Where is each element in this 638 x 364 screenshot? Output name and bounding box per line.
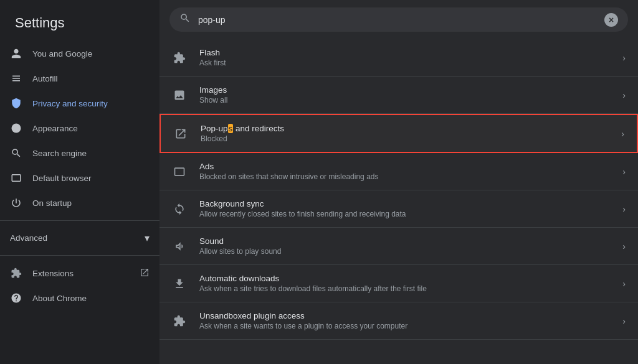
- puzzle-icon: [172, 50, 187, 65]
- item-subtitle-auto-downloads: Ask when a site tries to download files …: [199, 284, 610, 293]
- search-icon: [179, 12, 191, 27]
- arrow-icon: ›: [622, 204, 626, 214]
- sidebar-item-on-startup[interactable]: On startup: [0, 190, 150, 215]
- sound-icon: [172, 239, 187, 254]
- sidebar-item-label: Default browser: [32, 174, 92, 183]
- appearance-icon: [10, 122, 22, 134]
- browser-icon: [10, 172, 22, 184]
- sidebar-divider-2: [0, 255, 160, 256]
- sidebar-item-label: Privacy and security: [32, 99, 108, 108]
- arrow-icon: ›: [621, 129, 624, 139]
- sidebar-item-about[interactable]: About Chrome: [0, 286, 150, 310]
- extensions-icon: [10, 267, 22, 279]
- sidebar-item-label: Search engine: [32, 149, 87, 158]
- sidebar-item-label: Appearance: [32, 124, 78, 133]
- item-title-popups: Pop-ups and redirects: [201, 124, 609, 133]
- image-icon: [172, 88, 187, 103]
- item-title-bg-sync: Background sync: [199, 199, 610, 208]
- popup-text-after: and redirects: [233, 124, 284, 133]
- settings-item-auto-downloads[interactable]: Automatic downloads Ask when a site trie…: [160, 265, 638, 302]
- search-icon: [10, 147, 22, 159]
- item-subtitle-images: Show all: [199, 96, 610, 105]
- settings-item-background-sync[interactable]: Background sync Allow recently closed si…: [160, 190, 638, 228]
- item-subtitle-sound: Allow sites to play sound: [199, 247, 610, 256]
- item-title-unsandboxed: Unsandboxed plugin access: [199, 311, 610, 320]
- settings-list: Flash Ask first › Images Show all › Pop: [160, 39, 638, 364]
- search-bar: ×: [169, 7, 628, 32]
- arrow-icon: ›: [622, 316, 626, 326]
- settings-item-sound[interactable]: Sound Allow sites to play sound ›: [160, 228, 638, 265]
- arrow-icon: ›: [622, 241, 626, 251]
- external-link-square-icon: [173, 126, 188, 141]
- sidebar-item-label: On startup: [32, 198, 72, 208]
- search-clear-button[interactable]: ×: [604, 13, 618, 27]
- item-subtitle-ads: Blocked on sites that show intrusive or …: [199, 172, 610, 181]
- sidebar-nav: You and Google Autofill Privacy and secu…: [0, 41, 160, 215]
- startup-icon: [10, 197, 22, 209]
- sidebar-divider-1: [0, 220, 160, 221]
- search-input[interactable]: [198, 15, 597, 25]
- settings-item-images[interactable]: Images Show all ›: [160, 77, 638, 114]
- item-title-sound: Sound: [199, 236, 610, 246]
- sidebar-item-appearance[interactable]: Appearance: [0, 116, 150, 141]
- sidebar-item-advanced[interactable]: Advanced ▾: [0, 226, 160, 250]
- settings-item-ads[interactable]: Ads Blocked on sites that show intrusive…: [160, 153, 638, 190]
- arrow-icon: ›: [622, 53, 626, 63]
- extensions-label: Extensions: [32, 269, 74, 278]
- sidebar-item-autofill[interactable]: Autofill: [0, 66, 150, 91]
- item-title-ads: Ads: [199, 162, 610, 171]
- sidebar-item-extensions[interactable]: Extensions: [0, 261, 160, 286]
- settings-item-unsandboxed-plugin[interactable]: Unsandboxed plugin access Ask when a sit…: [160, 302, 638, 340]
- item-subtitle-bg-sync: Allow recently closed sites to finish se…: [199, 210, 610, 218]
- item-title-images: Images: [199, 85, 610, 95]
- svg-point-0: [12, 124, 21, 133]
- plugin-puzzle-icon: [172, 314, 187, 329]
- sidebar: Settings You and Google Autofill Privacy…: [0, 0, 160, 364]
- settings-item-popups[interactable]: Pop-ups and redirects Blocked ›: [160, 114, 638, 153]
- external-link-icon: [140, 268, 150, 279]
- shield-icon: [10, 97, 22, 110]
- item-subtitle-unsandboxed: Ask when a site wants to use a plugin to…: [199, 322, 610, 330]
- rectangle-icon: [172, 164, 187, 179]
- arrow-icon: ›: [622, 167, 626, 177]
- popup-highlight: s: [228, 124, 234, 133]
- sidebar-item-you-google[interactable]: You and Google: [0, 41, 150, 66]
- main-content: × Flash Ask first › Images Show all ›: [160, 0, 638, 364]
- about-icon: [10, 292, 22, 304]
- popup-text-before: Pop-up: [201, 124, 228, 133]
- autofill-icon: [10, 72, 22, 85]
- settings-title: Settings: [0, 10, 160, 41]
- sidebar-item-search-engine[interactable]: Search engine: [0, 141, 150, 166]
- settings-item-flash[interactable]: Flash Ask first ›: [160, 39, 638, 77]
- download-icon: [172, 276, 187, 291]
- arrow-icon: ›: [622, 279, 626, 289]
- sync-icon: [172, 202, 187, 217]
- about-label: About Chrome: [32, 294, 87, 303]
- item-subtitle-flash: Ask first: [199, 58, 610, 67]
- chevron-down-icon: ▾: [145, 232, 150, 244]
- item-subtitle-popups: Blocked: [201, 134, 609, 143]
- sidebar-item-default-browser[interactable]: Default browser: [0, 166, 150, 190]
- advanced-label: Advanced: [10, 233, 140, 243]
- sidebar-item-label: Autofill: [32, 74, 58, 83]
- item-title-auto-downloads: Automatic downloads: [199, 274, 610, 283]
- person-icon: [10, 47, 22, 60]
- sidebar-item-label: You and Google: [32, 49, 92, 58]
- item-title-flash: Flash: [199, 48, 610, 57]
- sidebar-item-privacy[interactable]: Privacy and security: [0, 91, 150, 116]
- arrow-icon: ›: [622, 90, 626, 100]
